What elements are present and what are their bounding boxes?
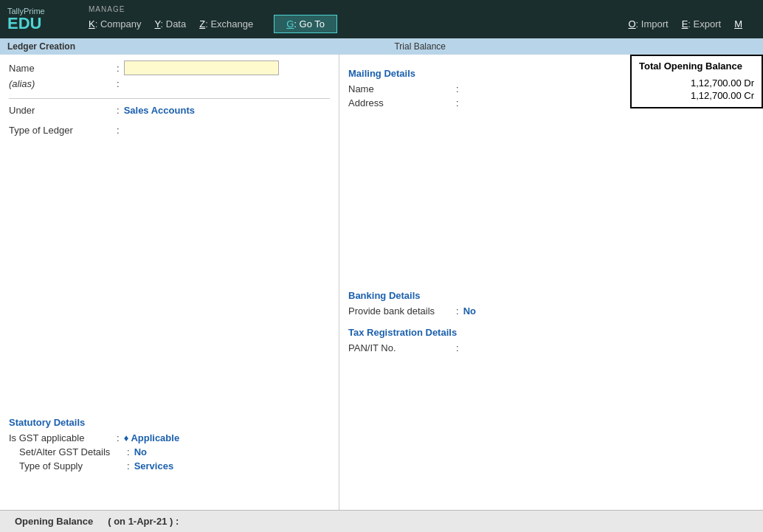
type-of-supply-row: Type of Supply : Services [19,460,330,471]
alias-label: (alias) [9,78,112,89]
tax-reg-header: Tax Registration Details [348,327,754,338]
nav-row: K: Company Y: Data Z: Exchange G: Go To … [89,15,756,33]
trial-balance-label: Trial Balance [394,41,446,52]
pan-label: PAN/IT No. [348,342,452,353]
second-bar: Ledger Creation Trial Balance [0,38,763,55]
type-of-supply-label: Type of Supply [19,460,122,471]
manage-section: MANAGE K: Company Y: Data Z: Exchange G:… [89,5,756,33]
gst-value[interactable]: ♦ Applicable [124,432,180,443]
gst-label: Is GST applicable [9,432,112,443]
name-separator: : [117,63,120,74]
gst-separator: : [117,432,120,443]
main-content: Total Opening Balance 1,12,700.00 Dr 1,1… [0,55,763,510]
mailing-address-sep: : [456,97,459,108]
goto-button[interactable]: G: Go To [274,15,337,33]
provide-bank-sep: : [456,305,459,317]
logo-section: TallyPrime EDU [7,7,74,32]
banking-header: Banking Details [348,290,754,301]
logo-edu: EDU [7,15,74,32]
set-alter-label: Set/Alter GST Details [19,446,122,457]
alias-separator: : [117,78,120,89]
right-panel: Mailing Details Name : Address : Banking… [339,55,763,510]
nav-more[interactable]: M [734,15,756,32]
opening-balance-box: Total Opening Balance 1,12,700.00 Dr 1,1… [630,55,763,108]
mailing-address-label: Address [348,97,452,108]
type-of-ledger-separator: : [117,125,120,136]
provide-bank-value[interactable]: No [463,305,476,317]
nav-export[interactable]: E: Export [682,15,734,32]
type-of-ledger-label: Type of Ledger [9,125,112,136]
type-of-supply-separator: : [127,460,130,471]
nav-company[interactable]: K: Company [89,15,155,32]
bottom-bar: Opening Balance ( on 1-Apr-21 ) : [0,510,763,532]
left-panel: Name : (alias) : Under : Sales Accounts … [0,55,339,510]
ob-title: Total Opening Balance [639,61,754,72]
type-of-ledger-row: Type of Ledger : [9,125,330,136]
set-alter-value[interactable]: No [134,446,147,457]
set-alter-separator: : [127,446,130,457]
under-separator: : [117,105,120,116]
ledger-creation-label: Ledger Creation [7,41,75,52]
under-label: Under [9,105,112,116]
top-bar: TallyPrime EDU MANAGE K: Company Y: Data… [0,0,763,38]
mailing-name-label: Name [348,83,452,94]
gst-row: Is GST applicable : ♦ Applicable [9,432,330,443]
name-row: Name : [9,61,330,75]
mailing-name-sep: : [456,83,459,94]
type-of-supply-value[interactable]: Services [134,460,174,471]
provide-bank-row: Provide bank details : No [348,305,754,317]
statutory-header: Statutory Details [9,417,330,428]
alias-row: (alias) : [9,78,330,89]
set-alter-row: Set/Alter GST Details : No [19,446,330,457]
under-value[interactable]: Sales Accounts [124,105,195,116]
nav-import[interactable]: O: Import [628,15,681,32]
divider-1 [9,98,330,99]
nav-data[interactable]: Y: Data [155,15,200,32]
bottom-ob-date: ( on 1-Apr-21 ) : [108,516,179,527]
name-label: Name [9,63,112,74]
bottom-ob-label: Opening Balance [15,516,93,527]
nav-exchange[interactable]: Z: Exchange [199,15,266,32]
name-input[interactable] [124,61,279,75]
under-row: Under : Sales Accounts [9,105,330,116]
provide-bank-label: Provide bank details [348,305,452,317]
manage-label: MANAGE [89,5,756,13]
pan-row: PAN/IT No. : [348,342,754,353]
ob-dr: 1,12,700.00 Dr [639,77,754,89]
ob-cr: 1,12,700.00 Cr [639,90,754,101]
pan-sep: : [456,342,459,353]
